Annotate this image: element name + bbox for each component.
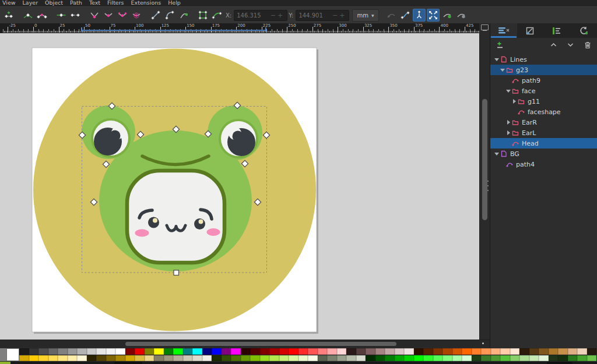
node-auto-button[interactable] [130, 9, 143, 22]
palette-swatch[interactable] [519, 355, 529, 362]
node-handle-square[interactable] [174, 270, 179, 275]
tree-row-head[interactable]: Head [490, 138, 597, 149]
palette-swatch[interactable] [549, 355, 559, 362]
palette-swatch[interactable] [241, 348, 251, 355]
menu-path[interactable]: Path [70, 0, 82, 6]
palette-swatch[interactable] [577, 348, 587, 355]
palette-swatch[interactable] [58, 355, 68, 362]
palette-swatch[interactable] [549, 348, 559, 355]
palette-swatch[interactable] [462, 348, 472, 355]
edit-masks-button[interactable] [455, 9, 468, 22]
palette-swatch[interactable] [77, 348, 87, 355]
palette-swatch[interactable] [68, 355, 78, 362]
horizontal-scrollbar[interactable] [0, 340, 490, 348]
menu-filters[interactable]: Filters [107, 0, 124, 6]
palette-swatch[interactable] [154, 348, 164, 355]
palette-swatch[interactable] [318, 355, 328, 362]
palette-swatch[interactable] [491, 348, 501, 355]
object-to-path-button[interactable] [196, 9, 209, 22]
palette-swatch[interactable] [269, 348, 279, 355]
menu-view[interactable]: View [2, 0, 16, 6]
palette-swatch[interactable] [472, 355, 482, 362]
palette-swatch[interactable] [337, 355, 347, 362]
palette-swatch[interactable] [510, 355, 520, 362]
palette-swatch[interactable] [115, 348, 125, 355]
palette-swatch[interactable] [38, 355, 48, 362]
menu-text[interactable]: Text [89, 0, 100, 6]
palette-swatch[interactable] [404, 348, 414, 355]
horizontal-ruler[interactable]: -250255075100125150175200225250275300325… [0, 23, 479, 33]
palette-swatch[interactable] [327, 348, 337, 355]
show-transform-handles-button[interactable] [413, 9, 426, 22]
menu-extensions[interactable]: Extensions [131, 0, 161, 6]
palette-swatch[interactable] [375, 348, 385, 355]
palette-swatch[interactable] [87, 348, 97, 355]
palette-swatch[interactable] [192, 348, 202, 355]
segment-line-button[interactable] [149, 9, 162, 22]
palette-swatch[interactable] [96, 348, 106, 355]
palette-swatch[interactable] [183, 348, 193, 355]
menu-layer[interactable]: Layer [23, 0, 38, 6]
palette-swatch[interactable] [164, 355, 174, 362]
palette-swatch[interactable] [568, 355, 578, 362]
palette-swatch[interactable] [145, 348, 154, 355]
palette-swatch[interactable] [414, 348, 424, 355]
palette-swatch[interactable] [414, 355, 424, 362]
show-bezier-handles-button[interactable] [399, 9, 412, 22]
palette-swatch[interactable] [491, 355, 501, 362]
palette-swatch[interactable] [481, 348, 491, 355]
palette-swatch[interactable] [279, 355, 289, 362]
palette-swatch[interactable] [298, 348, 308, 355]
palette-swatch[interactable] [212, 355, 222, 362]
tree-row-earl[interactable]: EarL [490, 128, 597, 138]
palette-swatch[interactable] [433, 348, 443, 355]
tree-row-face[interactable]: face [490, 86, 597, 96]
move-down-button[interactable] [567, 43, 574, 48]
palette-swatch[interactable] [500, 348, 510, 355]
palette-swatch[interactable] [202, 348, 212, 355]
palette-swatch[interactable] [327, 355, 337, 362]
palette-swatch[interactable] [202, 355, 212, 362]
expander-closed-icon[interactable] [511, 99, 517, 104]
units-dropdown[interactable]: mm ▼ [352, 9, 378, 22]
palette-swatch[interactable] [269, 355, 279, 362]
palette-swatch[interactable] [68, 348, 78, 355]
history-tab[interactable] [571, 23, 597, 38]
palette-swatch[interactable] [77, 355, 87, 362]
palette-swatch[interactable] [500, 355, 510, 362]
palette-swatch[interactable] [452, 348, 462, 355]
tree-row-path9[interactable]: path9 [490, 75, 597, 86]
x-spinner[interactable]: −+ [271, 12, 285, 19]
palette-swatch[interactable] [222, 348, 231, 355]
palette-swatch[interactable] [125, 355, 135, 362]
palette-swatch[interactable] [346, 355, 356, 362]
node-smooth-button[interactable] [102, 9, 115, 22]
palette-swatch[interactable] [106, 355, 116, 362]
palette-swatch[interactable] [222, 355, 231, 362]
palette-swatch[interactable] [135, 348, 145, 355]
palette-swatch[interactable] [250, 355, 260, 362]
horizontal-scrollbar-thumb[interactable] [125, 342, 396, 346]
node-corner-button[interactable] [88, 9, 101, 22]
palette-swatch[interactable] [558, 348, 568, 355]
palette-swatch[interactable] [241, 355, 251, 362]
palette-swatch[interactable] [385, 348, 395, 355]
palette-swatch[interactable] [395, 348, 405, 355]
expander-open-icon[interactable] [500, 69, 505, 72]
palette-swatch[interactable] [375, 355, 385, 362]
palette-swatch[interactable] [481, 355, 491, 362]
arrange-tab[interactable] [544, 23, 571, 38]
palette-swatch[interactable] [289, 348, 298, 355]
palette-swatch[interactable] [231, 355, 241, 362]
palette-swatch[interactable] [568, 348, 578, 355]
palette-swatch[interactable] [577, 355, 587, 362]
palette-swatch-gray[interactable] [0, 348, 6, 361]
palette-swatch[interactable] [423, 348, 433, 355]
palette-swatch[interactable] [519, 348, 529, 355]
palette-swatch[interactable] [164, 348, 174, 355]
palette-swatch[interactable] [472, 348, 482, 355]
color-palette[interactable] [0, 348, 597, 362]
palette-swatch[interactable] [29, 348, 39, 355]
palette-swatch[interactable] [404, 355, 414, 362]
palette-swatch[interactable] [115, 355, 125, 362]
